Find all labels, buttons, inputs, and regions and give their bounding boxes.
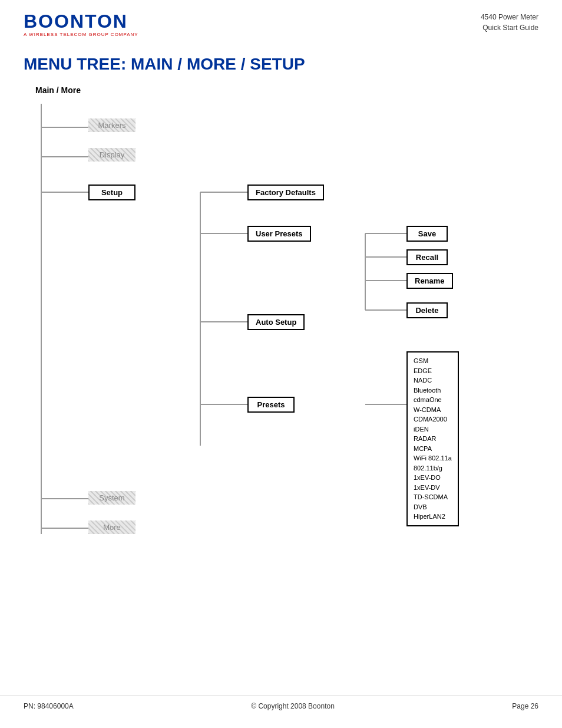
setup-node: Setup: [88, 185, 135, 200]
product-name: 4540 Power Meter: [481, 12, 538, 22]
header: BOONTON A WIRELESS TELECOM GROUP COMPANY…: [0, 0, 562, 37]
system-label: System: [88, 491, 135, 505]
recall-label: Recall: [406, 249, 448, 265]
delete-label: Delete: [406, 302, 448, 318]
main-more-label: Main / More: [0, 85, 562, 95]
user-presets-label: User Presets: [247, 226, 311, 242]
user-presets-node: User Presets: [247, 226, 311, 242]
logo-tagline: A WIRELESS TELECOM GROUP COMPANY: [24, 32, 138, 37]
footer-page: Page 26: [512, 702, 538, 710]
save-node: Save: [406, 226, 448, 242]
rename-label: Rename: [406, 273, 453, 289]
footer-part-number: PN: 98406000A: [24, 702, 74, 710]
presets-label: Presets: [247, 397, 295, 413]
recall-node: Recall: [406, 249, 448, 265]
system-node: System: [88, 491, 135, 505]
presets-node: Presets: [247, 397, 295, 413]
display-node: Display: [88, 148, 135, 162]
logo-area: BOONTON A WIRELESS TELECOM GROUP COMPANY: [24, 12, 138, 37]
auto-setup-node: Auto Setup: [247, 314, 305, 330]
presets-list: GSMEDGENADCBluetoothcdmaOneW-CDMACDMA200…: [406, 351, 459, 526]
logo: BOONTON: [24, 12, 128, 31]
delete-node: Delete: [406, 302, 448, 318]
more-label: More: [88, 521, 135, 534]
guide-name: Quick Start Guide: [481, 22, 538, 33]
more-node: More: [88, 521, 135, 534]
header-info: 4540 Power Meter Quick Start Guide: [481, 12, 538, 33]
display-label: Display: [88, 148, 135, 162]
factory-defaults-label: Factory Defaults: [247, 185, 324, 200]
factory-defaults-node: Factory Defaults: [247, 185, 324, 200]
page-title: MENU TREE: MAIN / MORE / SETUP: [0, 37, 562, 85]
rename-node: Rename: [406, 273, 453, 289]
footer: PN: 98406000A © Copyright 2008 Boonton P…: [0, 696, 562, 710]
markers-node: Markers: [88, 118, 135, 132]
auto-setup-label: Auto Setup: [247, 314, 305, 330]
save-label: Save: [406, 226, 448, 242]
markers-label: Markers: [88, 118, 135, 132]
footer-copyright: © Copyright 2008 Boonton: [251, 702, 335, 710]
presets-list-node: GSMEDGENADCBluetoothcdmaOneW-CDMACDMA200…: [406, 351, 459, 526]
setup-label: Setup: [88, 185, 135, 200]
